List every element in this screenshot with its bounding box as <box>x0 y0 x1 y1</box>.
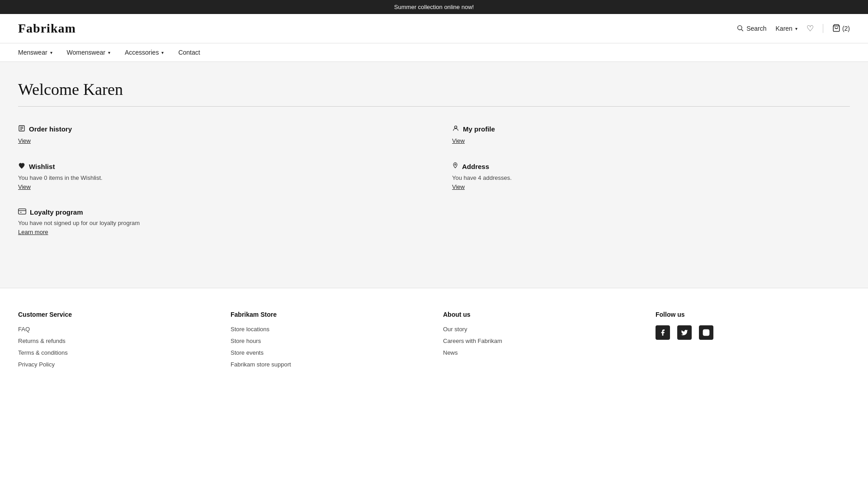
nav-menswear-label: Menswear <box>18 49 47 56</box>
list-item: Store hours <box>231 337 425 344</box>
svg-point-0 <box>738 25 742 29</box>
twitter-icon[interactable] <box>677 325 692 340</box>
footer-customer-service-heading: Customer Service <box>18 311 212 318</box>
heart-icon: ♡ <box>807 24 814 33</box>
list-item: Returns & refunds <box>18 337 212 344</box>
footer-fabrikam-store-links: Store locations Store hours Store events… <box>231 325 425 368</box>
search-icon <box>736 24 744 33</box>
my-profile-view-link[interactable]: View <box>452 137 465 144</box>
footer-careers-link[interactable]: Careers with Fabrikam <box>443 338 502 344</box>
nav-menswear[interactable]: Menswear ▾ <box>18 49 52 56</box>
welcome-title: Welcome Karen <box>18 80 850 99</box>
header-divider <box>823 24 823 33</box>
order-history-view-link[interactable]: View <box>18 137 31 144</box>
header-actions: Search Karen ▾ ♡ (2) <box>736 23 850 33</box>
list-item: News <box>443 349 637 356</box>
wishlist-section: Wishlist You have 0 items in the Wishlis… <box>18 162 416 190</box>
search-button[interactable]: Search <box>736 24 766 33</box>
list-item: Our story <box>443 325 637 333</box>
footer-about-links: Our story Careers with Fabrikam News <box>443 325 637 356</box>
cart-icon <box>832 24 840 33</box>
footer-about-us-heading: About us <box>443 311 637 318</box>
address-view-link[interactable]: View <box>452 183 465 190</box>
cart-button[interactable]: (2) <box>832 24 850 33</box>
nav-womenswear[interactable]: Womenswear ▾ <box>67 49 110 56</box>
chevron-down-icon: ▾ <box>108 50 110 55</box>
list-item: Terms & conditions <box>18 349 212 356</box>
loyalty-title: Loyalty program <box>30 208 83 216</box>
footer-privacy-link[interactable]: Privacy Policy <box>18 361 55 368</box>
footer-faq-link[interactable]: FAQ <box>18 326 30 333</box>
footer-news-link[interactable]: News <box>443 349 458 356</box>
user-label: Karen <box>776 25 793 32</box>
footer-fabrikam-store: Fabrikam Store Store locations Store hou… <box>231 311 425 372</box>
footer-store-events-link[interactable]: Store events <box>231 349 264 356</box>
nav-accessories-label: Accessories <box>125 49 159 56</box>
loyalty-learn-more-link[interactable]: Learn more <box>18 229 48 235</box>
main-nav: Menswear ▾ Womenswear ▾ Accessories ▾ Co… <box>0 43 868 62</box>
order-history-icon <box>18 125 25 133</box>
main-divider <box>18 106 850 107</box>
facebook-icon[interactable] <box>656 325 670 340</box>
nav-accessories[interactable]: Accessories ▾ <box>125 49 164 56</box>
header: Fabrikam Search Karen ▾ ♡ <box>0 14 868 43</box>
announcement-bar: Summer collection online now! <box>0 0 868 14</box>
footer-store-support-link[interactable]: Fabrikam store support <box>231 361 291 368</box>
wishlist-title: Wishlist <box>29 163 55 170</box>
loyalty-icon <box>18 208 26 216</box>
footer-customer-service-links: FAQ Returns & refunds Terms & conditions… <box>18 325 212 368</box>
svg-point-8 <box>455 164 456 165</box>
my-profile-title: My profile <box>463 125 495 133</box>
chevron-down-icon: ▾ <box>161 50 164 55</box>
wishlist-view-link[interactable]: View <box>18 183 31 190</box>
announcement-text: Summer collection online now! <box>394 4 474 10</box>
address-icon <box>452 162 458 171</box>
loyalty-body: You have not signed up for our loyalty p… <box>18 220 416 226</box>
chevron-down-icon: ▾ <box>50 50 52 55</box>
nav-contact[interactable]: Contact <box>178 49 200 56</box>
social-icons <box>656 325 850 340</box>
footer-store-locations-link[interactable]: Store locations <box>231 326 269 333</box>
instagram-icon[interactable] <box>699 325 713 340</box>
wishlist-button[interactable]: ♡ <box>807 23 814 33</box>
svg-point-13 <box>705 331 707 333</box>
nav-womenswear-label: Womenswear <box>67 49 105 56</box>
svg-point-7 <box>454 126 457 128</box>
order-history-title: Order history <box>29 125 72 133</box>
logo[interactable]: Fabrikam <box>18 21 76 36</box>
list-item: Store events <box>231 349 425 356</box>
address-body: You have 4 addresses. <box>452 174 850 181</box>
footer-grid: Customer Service FAQ Returns & refunds T… <box>18 311 850 372</box>
footer-fabrikam-store-heading: Fabrikam Store <box>231 311 425 318</box>
list-item: FAQ <box>18 325 212 333</box>
address-section: Address You have 4 addresses. View <box>452 162 850 190</box>
list-item: Fabrikam store support <box>231 361 425 368</box>
wishlist-icon <box>18 162 25 171</box>
nav-contact-label: Contact <box>178 49 200 56</box>
address-title: Address <box>462 163 489 170</box>
footer-returns-link[interactable]: Returns & refunds <box>18 338 66 344</box>
cart-count: (2) <box>842 25 850 32</box>
loyalty-section: Loyalty program You have not signed up f… <box>18 208 416 235</box>
profile-icon <box>452 125 459 133</box>
list-item: Privacy Policy <box>18 361 212 368</box>
order-history-section: Order history View <box>18 125 416 144</box>
footer-terms-link[interactable]: Terms & conditions <box>18 349 68 356</box>
user-menu-button[interactable]: Karen ▾ <box>776 25 797 32</box>
footer-store-hours-link[interactable]: Store hours <box>231 338 261 344</box>
account-sections: Order history View My profile View <box>18 125 850 235</box>
wishlist-body: You have 0 items in the Wishlist. <box>18 174 416 181</box>
main-content: Welcome Karen Order history View <box>0 62 868 288</box>
footer-follow-us: Follow us <box>656 311 850 372</box>
chevron-down-icon: ▾ <box>795 26 797 31</box>
svg-line-1 <box>741 29 743 31</box>
my-profile-section: My profile View <box>452 125 850 144</box>
footer-follow-us-heading: Follow us <box>656 311 850 318</box>
list-item: Store locations <box>231 325 425 333</box>
footer-about-us: About us Our story Careers with Fabrikam… <box>443 311 637 372</box>
list-item: Careers with Fabrikam <box>443 337 637 344</box>
footer-our-story-link[interactable]: Our story <box>443 326 467 333</box>
svg-rect-9 <box>19 209 26 214</box>
footer: Customer Service FAQ Returns & refunds T… <box>0 288 868 390</box>
footer-customer-service: Customer Service FAQ Returns & refunds T… <box>18 311 212 372</box>
